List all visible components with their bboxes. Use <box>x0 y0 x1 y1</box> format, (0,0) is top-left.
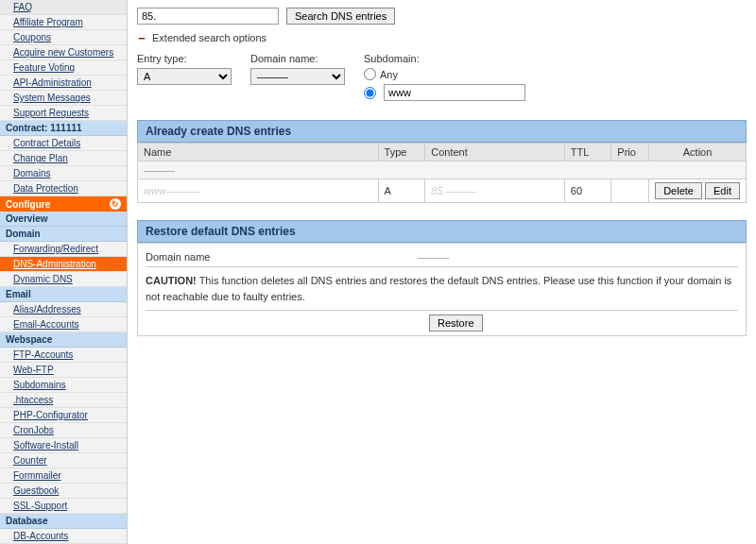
col-type: Type <box>378 144 425 162</box>
restore-body: Domain name ——— CAUTION! This function d… <box>137 243 747 336</box>
search-ip-input[interactable] <box>137 8 279 25</box>
sidebar-item-php[interactable]: PHP-Configurator <box>0 408 127 423</box>
sidebar-item-alias[interactable]: Alias/Addresses <box>0 302 127 317</box>
sidebar-item-counter[interactable]: Counter <box>0 453 127 468</box>
section-domain[interactable]: Domain <box>0 227 127 242</box>
sidebar: FAQ Affiliate Program Coupons Acquire ne… <box>0 0 128 544</box>
col-content: Content <box>425 144 565 162</box>
filter-subdomain: Subdomain: Any <box>364 53 525 101</box>
sidebar-item-domains[interactable]: Domains <box>0 166 127 181</box>
entry-type-select[interactable]: A <box>137 68 232 85</box>
sidebar-item-dynamic-dns[interactable]: Dynamic DNS <box>0 272 127 287</box>
main-content: Search DNS entries Extended search optio… <box>128 0 756 544</box>
sidebar-item-guestbook[interactable]: Guestbook <box>0 484 127 499</box>
cell-type: A <box>378 179 425 203</box>
sidebar-item-webftp[interactable]: Web-FTP <box>0 363 127 378</box>
sidebar-item-dns-admin[interactable]: DNS-Administration <box>0 257 127 272</box>
extended-label: Extended search options <box>152 32 266 43</box>
radio-specific[interactable] <box>364 87 376 99</box>
cell-action: Delete Edit <box>649 179 747 203</box>
domain-name-label: Domain name: <box>250 53 345 64</box>
dns-entries-header: Already create DNS entries <box>137 120 747 143</box>
sidebar-item-formmailer[interactable]: Formmailer <box>0 468 127 484</box>
radio-any-label: Any <box>380 69 398 80</box>
restore-domain-label: Domain name <box>146 251 410 263</box>
search-dns-button[interactable]: Search DNS entries <box>286 8 395 25</box>
minus-icon <box>137 33 146 42</box>
sidebar-item-ssl[interactable]: SSL-Support <box>0 499 127 514</box>
sidebar-item-email-accounts[interactable]: Email-Accounts <box>0 317 127 332</box>
entry-type-label: Entry type: <box>137 53 232 64</box>
section-email[interactable]: Email <box>0 287 127 302</box>
sidebar-item-software[interactable]: Software-Install <box>0 438 127 453</box>
section-webspace[interactable]: Webspace <box>0 332 127 348</box>
sidebar-item-change-plan[interactable]: Change Plan <box>0 151 127 166</box>
sidebar-item-system-messages[interactable]: System Messages <box>0 91 127 106</box>
sidebar-item-htaccess[interactable]: .htaccess <box>0 393 127 408</box>
sidebar-item-contract-details[interactable]: Contract Details <box>0 136 127 151</box>
group-domain: ——— <box>138 162 747 179</box>
sidebar-item-support[interactable]: Support Requests <box>0 106 127 121</box>
restore-domain-row: Domain name ——— <box>146 247 738 267</box>
search-row: Search DNS entries <box>137 8 747 25</box>
sidebar-item-acquire[interactable]: Acquire new Customers <box>0 45 127 60</box>
subdomain-label: Subdomain: <box>364 53 525 64</box>
restore-button[interactable]: Restore <box>429 314 483 332</box>
sidebar-item-faq[interactable]: FAQ <box>0 0 127 15</box>
delete-button[interactable]: Delete <box>655 182 702 199</box>
sidebar-top: FAQ Affiliate Program Coupons Acquire ne… <box>0 0 127 121</box>
configure-label: Configure <box>6 199 50 210</box>
caution-text: CAUTION! This function deletes all DNS e… <box>146 267 738 310</box>
caution-body: This function deletes all DNS entries an… <box>146 275 731 302</box>
sidebar-item-affiliate[interactable]: Affiliate Program <box>0 15 127 30</box>
cell-ttl: 60 <box>564 179 611 203</box>
section-database[interactable]: Database <box>0 514 127 529</box>
caution-bold: CAUTION! <box>146 275 197 286</box>
col-name: Name <box>138 144 379 162</box>
table-group-row: ——— <box>138 162 747 179</box>
col-action: Action <box>649 144 747 162</box>
cell-name: www-——— <box>138 179 379 203</box>
restore-domain-value: ——— <box>418 251 449 263</box>
sidebar-item-cronjobs[interactable]: CronJobs <box>0 423 127 438</box>
domain-name-select[interactable]: ——— <box>250 68 345 85</box>
filter-row: Entry type: A Domain name: ——— Subdomain… <box>137 53 747 101</box>
subdomain-input[interactable] <box>384 84 525 101</box>
dns-table: Name Type Content TTL Prio Action ——— ww… <box>137 143 747 203</box>
configure-header: Configure ↻ <box>0 196 127 212</box>
col-ttl: TTL <box>564 144 611 162</box>
filter-domain-name: Domain name: ——— <box>250 53 345 101</box>
sidebar-item-db-accounts[interactable]: DB-Accounts <box>0 529 127 544</box>
col-prio: Prio <box>611 144 649 162</box>
radio-any[interactable] <box>364 68 376 80</box>
sidebar-item-coupons[interactable]: Coupons <box>0 30 127 45</box>
extended-search-toggle[interactable]: Extended search options <box>137 32 747 43</box>
restore-header: Restore default DNS entries <box>137 220 747 243</box>
cell-prio <box>611 179 649 203</box>
filter-entry-type: Entry type: A <box>137 53 232 101</box>
sidebar-item-data-protection[interactable]: Data Protection <box>0 181 127 196</box>
sidebar-item-forwarding[interactable]: Forwarding/Redirect <box>0 242 127 257</box>
cell-content: 85.——— <box>425 179 565 203</box>
refresh-icon[interactable]: ↻ <box>110 198 121 210</box>
table-row: www-——— A 85.——— 60 Delete Edit <box>138 179 747 203</box>
sidebar-item-feature-voting[interactable]: Feature Voting <box>0 60 127 76</box>
sidebar-item-subdomains[interactable]: Subdomains <box>0 378 127 393</box>
restore-button-row: Restore <box>146 310 738 332</box>
edit-button[interactable]: Edit <box>705 182 740 199</box>
sidebar-item-ftp[interactable]: FTP-Accounts <box>0 348 127 363</box>
contract-header: Contract: 111111 <box>0 121 127 136</box>
sidebar-item-api[interactable]: API-Administration <box>0 76 127 91</box>
section-overview[interactable]: Overview <box>0 212 127 227</box>
